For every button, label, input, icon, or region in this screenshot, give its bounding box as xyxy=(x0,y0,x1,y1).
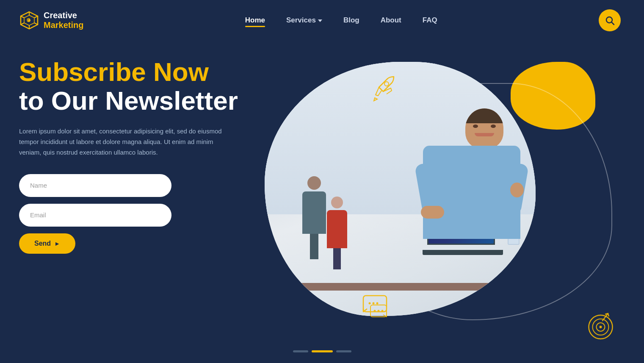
hero-headline: Subscribe Now to Our Newsletter xyxy=(19,58,256,115)
svg-point-12 xyxy=(384,82,389,86)
logo-icon: C xyxy=(19,10,39,30)
svg-point-15 xyxy=(374,310,376,312)
svg-point-19 xyxy=(373,302,375,305)
logo[interactable]: C Creative Marketing xyxy=(19,10,83,30)
name-input[interactable] xyxy=(19,174,171,197)
main-image-blob xyxy=(265,62,536,316)
send-button[interactable]: Send ► xyxy=(19,233,75,254)
rocket-icon xyxy=(366,75,396,106)
hero-description: Lorem ipsum dolor sit amet, consectetur … xyxy=(19,126,231,158)
search-button[interactable] xyxy=(599,9,621,31)
email-field-group xyxy=(19,204,256,227)
svg-point-16 xyxy=(378,310,380,312)
headline-line2: to Our Newsletter xyxy=(19,86,256,115)
target-icon xyxy=(585,310,616,344)
nav-services[interactable]: Services xyxy=(286,16,322,25)
hero-left: Subscribe Now to Our Newsletter Lorem ip… xyxy=(19,49,256,363)
name-field-group xyxy=(19,174,256,197)
email-input[interactable] xyxy=(19,204,171,227)
slider-dots xyxy=(293,350,351,352)
search-icon xyxy=(605,15,615,25)
slider-dot-2[interactable] xyxy=(312,350,333,352)
nav-blog[interactable]: Blog xyxy=(343,16,359,25)
svg-text:C: C xyxy=(27,17,30,23)
chat-icon xyxy=(362,294,392,322)
svg-point-24 xyxy=(600,326,602,328)
logo-line2: Marketing xyxy=(44,20,83,30)
arrow-icon: ► xyxy=(54,240,60,247)
headline-line1: Subscribe Now xyxy=(19,58,256,86)
nav-home[interactable]: Home xyxy=(245,16,265,25)
svg-point-18 xyxy=(369,302,371,305)
main-nav: Home Services Blog About FAQ xyxy=(245,16,437,25)
nav-faq[interactable]: FAQ xyxy=(423,16,437,25)
svg-line-11 xyxy=(611,22,614,25)
svg-point-20 xyxy=(376,302,379,305)
logo-line1: Creative xyxy=(44,11,83,20)
nav-about[interactable]: About xyxy=(381,16,401,25)
chevron-down-icon xyxy=(318,19,322,22)
slider-dot-3[interactable] xyxy=(336,350,351,352)
slider-dot-1[interactable] xyxy=(293,350,308,352)
hero-right xyxy=(256,49,621,363)
svg-point-17 xyxy=(381,310,384,312)
